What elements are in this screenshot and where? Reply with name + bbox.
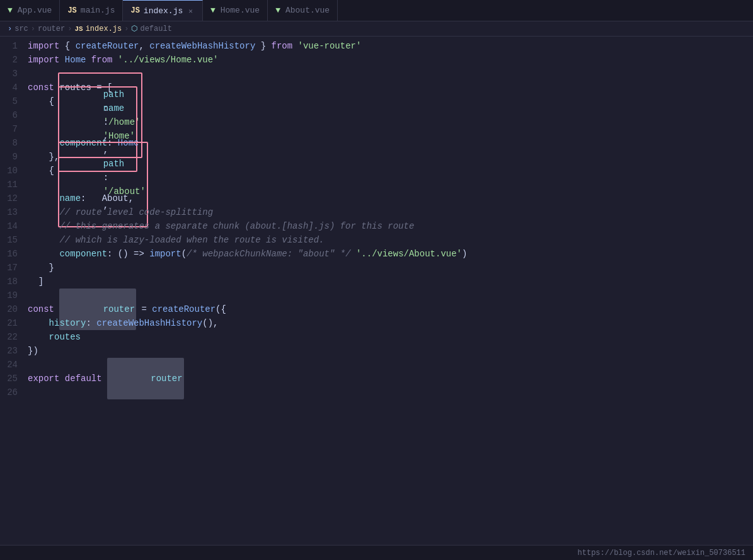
- tab-label: Home.vue: [221, 6, 260, 15]
- line-num-6: 6: [0, 108, 18, 122]
- line-num-17: 17: [0, 261, 18, 275]
- breadcrumb-default: default: [140, 25, 171, 33]
- tab-label: main.js: [81, 6, 115, 15]
- code-line-2: import Home from '../views/Home.vue': [25, 53, 753, 67]
- line-num-4: 4: [0, 81, 18, 94]
- breadcrumb-icon: ⬡: [131, 24, 137, 33]
- line-num-10: 10: [0, 164, 18, 178]
- line-num-20: 20: [0, 302, 18, 316]
- breadcrumb-router: router: [38, 25, 65, 33]
- tab-close-button[interactable]: ✕: [187, 6, 195, 16]
- breadcrumb-arrow: ›: [8, 25, 12, 33]
- tab-app-vue[interactable]: ▼ App.vue: [0, 0, 60, 21]
- line-num-11: 11: [0, 178, 18, 191]
- line-num-14: 14: [0, 219, 18, 233]
- code-line-16: component : () => import ( /* webpackChu…: [25, 247, 753, 261]
- breadcrumb-src: src: [14, 25, 28, 33]
- line-numbers: 1 2 3 4 5 6 7 8 9 10 11 12 13 14 15 16 1…: [0, 37, 25, 542]
- tab-bar: ▼ App.vue JS main.js JS index.js ✕ ▼ Hom…: [0, 0, 753, 21]
- line-num-24: 24: [0, 358, 18, 372]
- keyword-import: import: [28, 39, 59, 53]
- line-num-26: 26: [0, 386, 18, 399]
- code-lines: import { createRouter , createWebHashHis…: [25, 37, 753, 542]
- line-num-22: 22: [0, 330, 18, 344]
- line-num-15: 15: [0, 233, 18, 247]
- line-num-16: 16: [0, 247, 18, 261]
- line-num-12: 12: [0, 191, 18, 205]
- breadcrumb-sep: ›: [124, 25, 129, 33]
- line-num-9: 9: [0, 150, 18, 164]
- line-num-25: 25: [0, 372, 18, 386]
- status-bar: https://blog.csdn.net/weixin_50736511: [0, 545, 753, 560]
- js-icon: JS: [67, 6, 76, 15]
- code-line-14: // this generates a separate chunk (abou…: [25, 219, 753, 233]
- tab-label: index.js: [144, 6, 183, 16]
- code-area: 1 2 3 4 5 6 7 8 9 10 11 12 13 14 15 16 1…: [0, 37, 753, 542]
- code-line-22: routes: [25, 330, 753, 344]
- line-num-19: 19: [0, 289, 18, 302]
- tab-label: App.vue: [18, 6, 52, 15]
- tab-main-js[interactable]: JS main.js: [60, 0, 123, 21]
- line-num-8: 8: [0, 136, 18, 150]
- router-highlight-export: router: [107, 358, 184, 399]
- code-line-15: // which is lazy-loaded when the route i…: [25, 233, 753, 247]
- vue-icon: ▼: [8, 6, 13, 15]
- code-line-20: const router = createRouter ({: [25, 302, 753, 316]
- line-num-1: 1: [0, 39, 18, 53]
- tab-index-js[interactable]: JS index.js ✕: [123, 0, 202, 21]
- js-icon: JS: [74, 25, 83, 33]
- vue-icon: ▼: [275, 6, 280, 15]
- tab-label: About.vue: [285, 6, 330, 15]
- breadcrumb-sep: ›: [31, 25, 35, 33]
- line-num-21: 21: [0, 316, 18, 330]
- breadcrumb-sep: ›: [67, 25, 72, 33]
- line-num-3: 3: [0, 67, 18, 81]
- tab-home-vue[interactable]: ▼ Home.vue: [203, 0, 268, 21]
- status-url: https://blog.csdn.net/weixin_50736511: [578, 549, 745, 557]
- line-num-7: 7: [0, 122, 18, 136]
- line-num-18: 18: [0, 275, 18, 289]
- code-line-11: path : '/about' ,: [25, 178, 753, 191]
- js-icon: JS: [130, 6, 139, 15]
- vue-icon: ▼: [210, 6, 216, 15]
- code-line-18: ]: [25, 275, 753, 289]
- line-num-13: 13: [0, 205, 18, 219]
- line-num-5: 5: [0, 94, 18, 108]
- line-num-23: 23: [0, 344, 18, 358]
- code-line-17: }: [25, 261, 753, 275]
- code-line-25: export default router: [25, 372, 753, 386]
- breadcrumb-index-js: index.js: [86, 25, 122, 33]
- code-line-13: // route level code-splitting: [25, 205, 753, 219]
- code-line-7: name : 'Home' ,: [25, 122, 753, 136]
- code-line-1: import { createRouter , createWebHashHis…: [25, 39, 753, 53]
- code-line-23: }): [25, 344, 753, 358]
- tab-about-vue[interactable]: ▼ About.vue: [268, 0, 338, 21]
- line-num-2: 2: [0, 53, 18, 67]
- code-line-21: history : createWebHashHistory (),: [25, 316, 753, 330]
- breadcrumb: › src › router › JS index.js › ⬡ default: [0, 21, 753, 37]
